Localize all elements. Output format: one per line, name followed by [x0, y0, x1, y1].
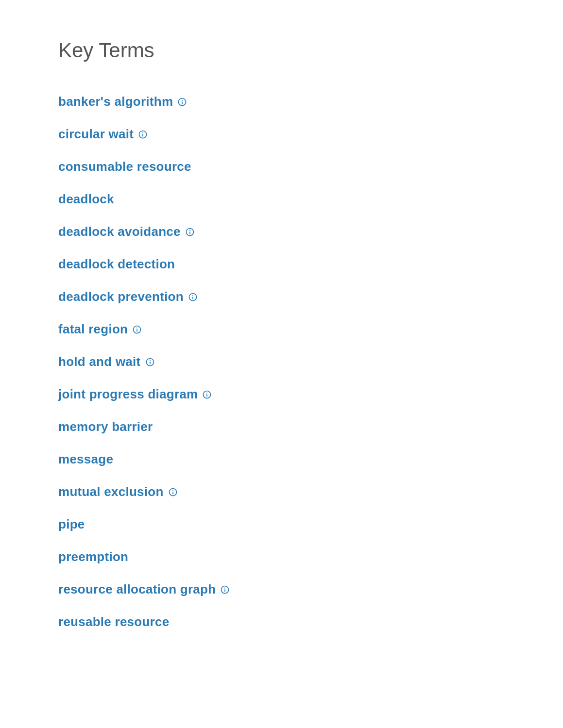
- terms-list: banker's algorithm circular wait consuma…: [58, 85, 505, 638]
- term-label-consumable-resource: consumable resource: [58, 159, 191, 174]
- info-icon-resource-allocation-graph[interactable]: [220, 584, 230, 595]
- page-title: Key Terms: [58, 39, 505, 62]
- term-item-deadlock-detection[interactable]: deadlock detection: [58, 248, 505, 281]
- info-icon-mutual-exclusion[interactable]: [168, 487, 178, 497]
- term-label-message: message: [58, 452, 113, 467]
- term-label-deadlock-detection: deadlock detection: [58, 257, 175, 272]
- info-icon-hold-and-wait[interactable]: [145, 357, 155, 367]
- term-label-hold-and-wait: hold and wait: [58, 354, 141, 369]
- term-item-joint-progress-diagram[interactable]: joint progress diagram: [58, 378, 505, 411]
- term-label-joint-progress-diagram: joint progress diagram: [58, 387, 198, 402]
- term-label-memory-barrier: memory barrier: [58, 419, 153, 434]
- info-icon-joint-progress-diagram[interactable]: [202, 389, 212, 400]
- term-item-fatal-region[interactable]: fatal region: [58, 313, 505, 346]
- term-item-memory-barrier[interactable]: memory barrier: [58, 411, 505, 443]
- term-item-preemption[interactable]: preemption: [58, 541, 505, 573]
- term-item-pipe[interactable]: pipe: [58, 508, 505, 541]
- term-label-mutual-exclusion: mutual exclusion: [58, 484, 164, 499]
- term-item-consumable-resource[interactable]: consumable resource: [58, 150, 505, 183]
- term-item-deadlock-prevention[interactable]: deadlock prevention: [58, 281, 505, 313]
- info-icon-bankers-algorithm[interactable]: [177, 97, 188, 107]
- term-item-circular-wait[interactable]: circular wait: [58, 118, 505, 150]
- info-icon-deadlock-avoidance[interactable]: [185, 227, 195, 237]
- term-item-deadlock-avoidance[interactable]: deadlock avoidance: [58, 215, 505, 248]
- term-label-deadlock: deadlock: [58, 192, 114, 207]
- term-item-deadlock[interactable]: deadlock: [58, 183, 505, 215]
- term-label-preemption: preemption: [58, 549, 128, 564]
- info-icon-circular-wait[interactable]: [137, 129, 148, 140]
- term-item-hold-and-wait[interactable]: hold and wait: [58, 346, 505, 378]
- term-label-deadlock-prevention: deadlock prevention: [58, 289, 184, 304]
- term-label-reusable-resource: reusable resource: [58, 614, 169, 629]
- term-item-reusable-resource[interactable]: reusable resource: [58, 606, 505, 638]
- term-item-message[interactable]: message: [58, 443, 505, 476]
- info-icon-deadlock-prevention[interactable]: [188, 292, 198, 302]
- term-item-bankers-algorithm[interactable]: banker's algorithm: [58, 85, 505, 118]
- info-icon-fatal-region[interactable]: [132, 324, 142, 335]
- term-item-resource-allocation-graph[interactable]: resource allocation graph: [58, 573, 505, 606]
- term-label-pipe: pipe: [58, 517, 85, 532]
- term-label-deadlock-avoidance: deadlock avoidance: [58, 224, 181, 239]
- term-label-circular-wait: circular wait: [58, 127, 134, 142]
- term-label-bankers-algorithm: banker's algorithm: [58, 94, 173, 109]
- term-label-fatal-region: fatal region: [58, 322, 128, 337]
- term-item-mutual-exclusion[interactable]: mutual exclusion: [58, 476, 505, 508]
- term-label-resource-allocation-graph: resource allocation graph: [58, 582, 216, 597]
